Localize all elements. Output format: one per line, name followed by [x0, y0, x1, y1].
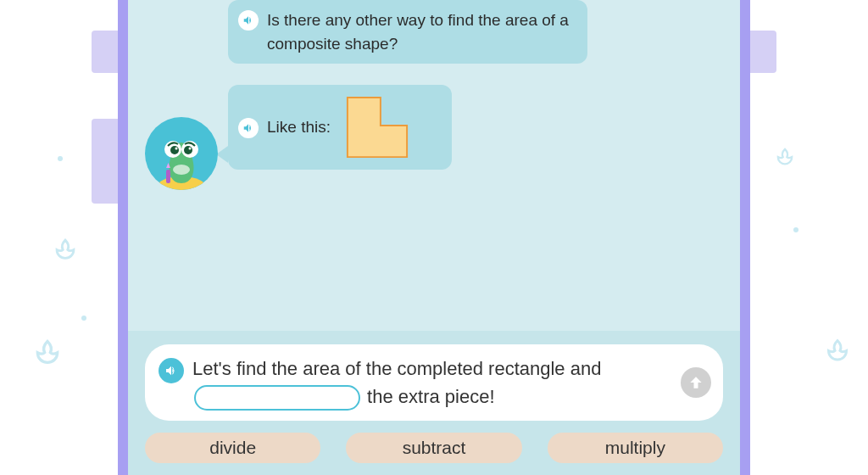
submit-button[interactable]	[681, 367, 711, 398]
lotus-icon	[51, 234, 80, 263]
lesson-frame: Is there any other way to find the area …	[118, 0, 750, 475]
answer-zone: Let's find the area of the completed rec…	[128, 331, 740, 475]
l-shape-figure	[344, 93, 410, 161]
answer-blank[interactable]	[194, 385, 360, 411]
chat-bubble-1: Is there any other way to find the area …	[228, 0, 587, 64]
prompt-text: Let's find the area of the completed rec…	[192, 355, 669, 411]
prompt-card: Let's find the area of the completed rec…	[145, 344, 723, 421]
audio-icon[interactable]	[238, 10, 259, 31]
prompt-part1: Let's find the area of the completed rec…	[192, 358, 601, 379]
svg-rect-8	[166, 170, 170, 183]
chat-area: Is there any other way to find the area …	[128, 0, 740, 331]
lotus-icon	[822, 334, 853, 365]
option-subtract[interactable]: subtract	[346, 433, 521, 463]
character-avatar	[145, 117, 218, 190]
svg-point-4	[170, 146, 179, 154]
prompt-part2: the extra piece!	[362, 386, 495, 407]
audio-icon[interactable]	[238, 118, 259, 138]
chat-bubble-2: Like this:	[228, 85, 452, 170]
option-multiply[interactable]: multiply	[548, 433, 723, 463]
chat-text-2: Like this:	[267, 115, 331, 139]
lotus-icon	[31, 334, 64, 368]
answer-options: divide subtract multiply	[145, 433, 723, 463]
svg-point-6	[175, 148, 178, 150]
chat-text-1: Is there any other way to find the area …	[267, 8, 574, 55]
audio-icon[interactable]	[159, 358, 184, 383]
svg-point-5	[184, 146, 192, 154]
lotus-icon	[773, 144, 797, 168]
svg-point-7	[189, 148, 192, 150]
svg-point-1	[173, 165, 190, 175]
option-divide[interactable]: divide	[145, 433, 320, 463]
